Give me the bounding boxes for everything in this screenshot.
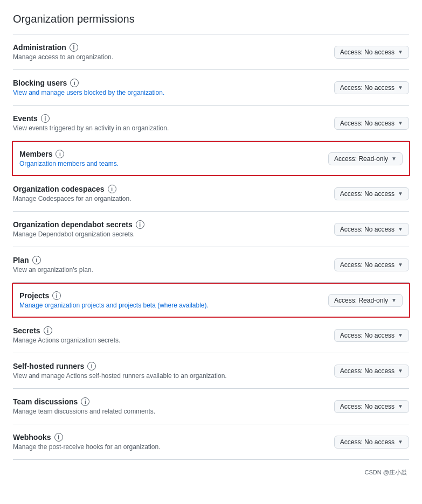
access-dropdown-webhooks[interactable]: Access: No access▼ xyxy=(334,436,409,449)
access-text-plan: Access: No access xyxy=(340,261,395,269)
access-text-secrets: Access: No access xyxy=(340,332,395,339)
permission-title-plan: Plani xyxy=(13,256,321,264)
access-dropdown-members[interactable]: Access: Read-only▼ xyxy=(328,152,403,165)
info-icon[interactable]: i xyxy=(108,185,116,193)
permission-desc-events: View events triggered by an activity in … xyxy=(13,124,321,132)
permission-row-organization-codespaces: Organization codespacesiManage Codespace… xyxy=(13,176,409,212)
access-dropdown-secrets[interactable]: Access: No access▼ xyxy=(334,329,409,342)
permission-title-organization-dependabot-secrets: Organization dependabot secretsi xyxy=(13,220,321,229)
permission-info-administration: AdministrationiManage access to an organ… xyxy=(13,43,334,61)
dropdown-arrow-icon: ▼ xyxy=(398,332,403,338)
permission-desc-secrets: Manage Actions organization secrets. xyxy=(13,337,321,344)
dropdown-arrow-icon: ▼ xyxy=(398,368,403,374)
permission-desc-self-hosted-runners: View and manage Actions self-hosted runn… xyxy=(13,372,321,380)
dropdown-arrow-icon: ▼ xyxy=(391,156,397,162)
permission-info-members: MembersiOrganization members and teams. xyxy=(19,150,328,167)
permission-desc-members: Organization members and teams. xyxy=(19,160,315,167)
dropdown-arrow-icon: ▼ xyxy=(398,226,403,232)
permission-title-text-plan: Plan xyxy=(13,256,29,264)
info-icon[interactable]: i xyxy=(87,362,96,370)
permission-row-events: EventsiView events triggered by an activ… xyxy=(13,106,409,141)
permission-title-text-team-discussions: Team discussions xyxy=(13,397,78,406)
access-dropdown-events[interactable]: Access: No access▼ xyxy=(334,117,409,130)
permission-info-webhooks: WebhooksiManage the post-receive hooks f… xyxy=(13,433,334,451)
access-dropdown-team-discussions[interactable]: Access: No access▼ xyxy=(334,400,409,413)
dropdown-arrow-icon: ▼ xyxy=(398,49,403,55)
access-dropdown-blocking-users[interactable]: Access: No access▼ xyxy=(334,81,409,94)
access-dropdown-organization-dependabot-secrets[interactable]: Access: No access▼ xyxy=(334,223,409,236)
info-icon[interactable]: i xyxy=(44,326,52,335)
dropdown-arrow-icon: ▼ xyxy=(398,403,403,409)
access-text-webhooks: Access: No access xyxy=(340,438,395,446)
info-icon[interactable]: i xyxy=(70,79,79,87)
permission-title-text-members: Members xyxy=(19,150,52,158)
info-icon[interactable]: i xyxy=(81,397,89,406)
dropdown-arrow-icon: ▼ xyxy=(398,120,403,126)
permission-info-secrets: SecretsiManage Actions organization secr… xyxy=(13,326,334,344)
access-text-self-hosted-runners: Access: No access xyxy=(340,367,395,375)
access-dropdown-administration[interactable]: Access: No access▼ xyxy=(334,46,409,59)
permission-desc-webhooks: Manage the post-receive hooks for an org… xyxy=(13,443,321,451)
permission-title-text-organization-codespaces: Organization codespaces xyxy=(13,185,105,193)
permission-row-self-hosted-runners: Self-hosted runnersiView and manage Acti… xyxy=(13,353,409,389)
permission-title-text-organization-dependabot-secrets: Organization dependabot secrets xyxy=(13,220,133,229)
permission-title-administration: Administrationi xyxy=(13,43,321,52)
permission-title-text-blocking-users: Blocking users xyxy=(13,79,67,87)
permission-title-events: Eventsi xyxy=(13,114,321,123)
info-icon[interactable]: i xyxy=(54,433,63,442)
permission-row-team-discussions: Team discussionsiManage team discussions… xyxy=(13,389,409,424)
permission-desc-projects: Manage organization projects and project… xyxy=(19,302,315,309)
info-icon[interactable]: i xyxy=(32,256,41,264)
permission-title-members: Membersi xyxy=(19,150,315,158)
permission-info-team-discussions: Team discussionsiManage team discussions… xyxy=(13,397,334,415)
permission-row-plan: PlaniView an organization's plan.Access:… xyxy=(13,247,409,283)
permission-title-organization-codespaces: Organization codespacesi xyxy=(13,185,321,193)
access-text-blocking-users: Access: No access xyxy=(340,84,395,92)
permission-info-organization-dependabot-secrets: Organization dependabot secretsiManage D… xyxy=(13,220,334,238)
access-text-team-discussions: Access: No access xyxy=(340,403,395,410)
permission-row-webhooks: WebhooksiManage the post-receive hooks f… xyxy=(13,424,409,460)
access-text-events: Access: No access xyxy=(340,120,395,127)
permission-row-secrets: SecretsiManage Actions organization secr… xyxy=(13,318,409,353)
permission-title-text-administration: Administration xyxy=(13,43,66,52)
access-text-organization-dependabot-secrets: Access: No access xyxy=(340,226,395,233)
info-icon[interactable]: i xyxy=(56,150,64,158)
permission-info-events: EventsiView events triggered by an activ… xyxy=(13,114,334,132)
permission-row-organization-dependabot-secrets: Organization dependabot secretsiManage D… xyxy=(13,212,409,247)
permission-title-text-webhooks: Webhooks xyxy=(13,433,51,442)
permission-info-blocking-users: Blocking usersiView and manage users blo… xyxy=(13,79,334,96)
permission-title-self-hosted-runners: Self-hosted runnersi xyxy=(13,362,321,370)
access-text-organization-codespaces: Access: No access xyxy=(340,190,395,198)
permission-info-projects: ProjectsiManage organization projects an… xyxy=(19,291,328,309)
dropdown-arrow-icon: ▼ xyxy=(398,439,403,445)
permissions-list: AdministrationiManage access to an organ… xyxy=(13,34,409,460)
permission-desc-plan: View an organization's plan. xyxy=(13,266,321,274)
dropdown-arrow-icon: ▼ xyxy=(398,262,403,268)
info-icon[interactable]: i xyxy=(52,291,61,300)
permission-desc-blocking-users: View and manage users blocked by the org… xyxy=(13,89,321,96)
permission-title-text-self-hosted-runners: Self-hosted runners xyxy=(13,362,84,370)
access-dropdown-plan[interactable]: Access: No access▼ xyxy=(334,258,409,271)
dropdown-arrow-icon: ▼ xyxy=(398,85,403,90)
permission-row-administration: AdministrationiManage access to an organ… xyxy=(13,34,409,70)
access-dropdown-self-hosted-runners[interactable]: Access: No access▼ xyxy=(334,365,409,377)
permission-row-blocking-users: Blocking usersiView and manage users blo… xyxy=(13,70,409,106)
permission-desc-administration: Manage access to an organization. xyxy=(13,53,321,61)
permission-info-self-hosted-runners: Self-hosted runnersiView and manage Acti… xyxy=(13,362,334,380)
permission-title-text-events: Events xyxy=(13,114,38,123)
access-dropdown-organization-codespaces[interactable]: Access: No access▼ xyxy=(334,187,409,200)
info-icon[interactable]: i xyxy=(136,220,144,229)
access-text-projects: Access: Read-only xyxy=(334,297,388,304)
access-text-members: Access: Read-only xyxy=(334,155,388,163)
permission-row-members: MembersiOrganization members and teams.A… xyxy=(12,141,410,176)
permission-title-team-discussions: Team discussionsi xyxy=(13,397,321,406)
info-icon[interactable]: i xyxy=(41,114,50,123)
access-dropdown-projects[interactable]: Access: Read-only▼ xyxy=(328,294,403,307)
permission-title-projects: Projectsi xyxy=(19,291,315,300)
info-icon[interactable]: i xyxy=(70,43,78,52)
permission-row-projects: ProjectsiManage organization projects an… xyxy=(12,283,410,318)
access-text-administration: Access: No access xyxy=(340,48,395,56)
permission-desc-organization-dependabot-secrets: Manage Dependabot organization secrets. xyxy=(13,230,321,238)
permission-title-text-projects: Projects xyxy=(19,291,49,300)
dropdown-arrow-icon: ▼ xyxy=(391,297,397,303)
